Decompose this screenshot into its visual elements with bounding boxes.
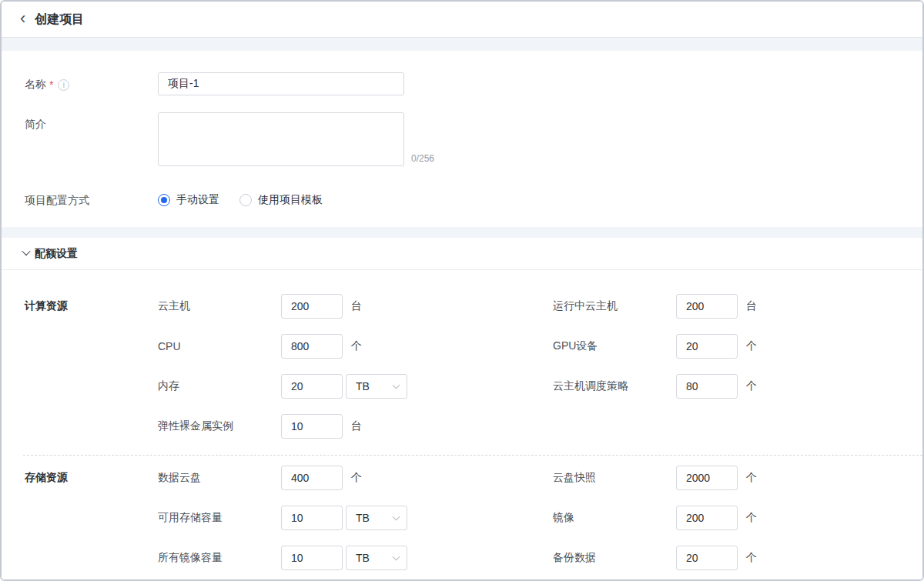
quota-value-input[interactable]: [676, 334, 738, 359]
quota-value-input[interactable]: [281, 546, 343, 570]
quota-field: 镜像个: [553, 506, 922, 530]
chevron-down-icon: [22, 246, 30, 255]
page-header: ‹ 创建项目: [2, 2, 922, 38]
quota-value-input[interactable]: [676, 294, 738, 319]
quota-field: 云盘快照个: [553, 466, 922, 490]
compute-right-column: 运行中云主机台GPU设备个云主机调度策略个: [553, 294, 922, 439]
quota-value-input[interactable]: [281, 334, 343, 359]
config-mode-row: 项目配置方式 手动设置 使用项目模板: [25, 192, 899, 208]
radio-icon: [239, 194, 252, 206]
unit-select[interactable]: TB: [346, 374, 407, 399]
quota-field: 云主机调度策略个: [553, 374, 922, 399]
radio-manual-setup[interactable]: 手动设置: [158, 193, 219, 207]
quota-field: 云主机台: [158, 294, 553, 319]
quota-unit-label: 台: [746, 299, 757, 313]
compute-resources-title: 计算资源: [25, 294, 158, 313]
quota-value-input[interactable]: [676, 466, 738, 490]
quota-section-title: 配额设置: [35, 247, 78, 261]
quota-unit-label: 台: [351, 419, 362, 433]
config-mode-label: 项目配置方式: [25, 194, 89, 208]
unit-select-value: TB: [356, 512, 370, 524]
config-mode-radio-group: 手动设置 使用项目模板: [158, 192, 323, 207]
quota-value-input[interactable]: [281, 374, 343, 399]
name-label: 名称: [25, 78, 46, 92]
quota-value-input[interactable]: [281, 294, 343, 319]
required-mark: *: [49, 78, 53, 91]
quota-field-label: 镜像: [553, 511, 676, 525]
quota-field: 数据云盘个: [158, 466, 553, 490]
quota-field: 备份数据个: [553, 546, 922, 570]
chevron-down-icon: [393, 553, 400, 561]
quota-field-label: 云盘快照: [553, 471, 676, 485]
quota-field-label: 数据云盘: [158, 471, 281, 485]
quota-unit-label: 台: [351, 299, 362, 313]
quota-field-label: 运行中云主机: [553, 299, 676, 313]
quota-unit-label: 个: [351, 339, 362, 353]
quota-value-input[interactable]: [676, 546, 738, 570]
unit-select[interactable]: TB: [346, 546, 407, 570]
quota-field: 可用存储容量TB: [158, 506, 553, 530]
quota-unit-label: 个: [746, 471, 757, 485]
chevron-down-icon: [393, 513, 400, 521]
quota-value-input[interactable]: [676, 506, 738, 530]
quota-value-input[interactable]: [676, 374, 738, 399]
compute-left-column: 云主机台CPU个内存TB弹性裸金属实例台: [158, 294, 553, 439]
quota-field: 内存TB: [158, 374, 553, 399]
quota-field: CPU个: [158, 334, 553, 359]
storage-right-column: 云盘快照个镜像个备份数据个: [553, 466, 922, 570]
quota-unit-label: 个: [746, 511, 757, 525]
quota-unit-label: 个: [351, 471, 362, 485]
quota-field-label: 可用存储容量: [158, 511, 281, 525]
quota-value-input[interactable]: [281, 466, 343, 490]
quota-field: 弹性裸金属实例台: [158, 414, 553, 439]
quota-field-label: 弹性裸金属实例: [158, 419, 281, 433]
quota-field-label: 云主机调度策略: [553, 379, 676, 393]
quota-card: 配额设置 计算资源 云主机台CPU个内存TB弹性裸金属实例台 运行中云主机台GP…: [2, 238, 922, 581]
quota-value-input[interactable]: [281, 414, 343, 439]
radio-label: 使用项目模板: [258, 193, 323, 207]
char-counter: 0/256: [411, 154, 434, 166]
name-input[interactable]: [158, 72, 404, 95]
storage-left-column: 数据云盘个可用存储容量TB所有镜像容量TB: [158, 466, 553, 570]
back-icon[interactable]: ‹: [20, 10, 25, 29]
quota-value-input[interactable]: [281, 506, 343, 530]
name-row: 名称 * i: [25, 72, 899, 95]
storage-resources-group: 存储资源 数据云盘个可用存储容量TB所有镜像容量TB 云盘快照个镜像个备份数据个: [2, 456, 922, 570]
radio-label: 手动设置: [176, 193, 219, 207]
basic-info-card: 名称 * i 简介 0/256 项目配置方式 手动设置: [2, 51, 922, 227]
create-project-page: ‹ 创建项目 名称 * i 简介 0/256 项目配置方式: [0, 0, 924, 581]
description-label: 简介: [25, 118, 46, 132]
quota-field-label: 内存: [158, 379, 281, 393]
quota-field: GPU设备个: [553, 334, 922, 359]
quota-field-label: CPU: [158, 340, 281, 352]
quota-field-label: 云主机: [158, 299, 281, 313]
unit-select[interactable]: TB: [346, 506, 407, 530]
quota-field-label: 备份数据: [553, 551, 676, 565]
radio-use-template[interactable]: 使用项目模板: [239, 193, 323, 207]
description-textarea[interactable]: [158, 112, 404, 166]
quota-section-header[interactable]: 配额设置: [2, 238, 922, 270]
unit-select-value: TB: [356, 552, 370, 564]
unit-select-value: TB: [356, 380, 370, 392]
compute-resources-group: 计算资源 云主机台CPU个内存TB弹性裸金属实例台 运行中云主机台GPU设备个云…: [2, 270, 922, 439]
chevron-down-icon: [393, 382, 400, 389]
quota-field: 运行中云主机台: [553, 294, 922, 319]
quota-field-label: GPU设备: [553, 339, 676, 353]
quota-field: 所有镜像容量TB: [158, 546, 553, 570]
radio-icon: [158, 194, 170, 206]
page-title: 创建项目: [35, 12, 84, 28]
info-icon[interactable]: i: [58, 79, 69, 91]
storage-resources-title: 存储资源: [25, 466, 158, 485]
quota-unit-label: 个: [746, 551, 757, 565]
quota-unit-label: 个: [746, 339, 757, 353]
description-row: 简介 0/256: [25, 112, 899, 166]
quota-unit-label: 个: [746, 379, 757, 393]
quota-field-label: 所有镜像容量: [158, 551, 281, 565]
